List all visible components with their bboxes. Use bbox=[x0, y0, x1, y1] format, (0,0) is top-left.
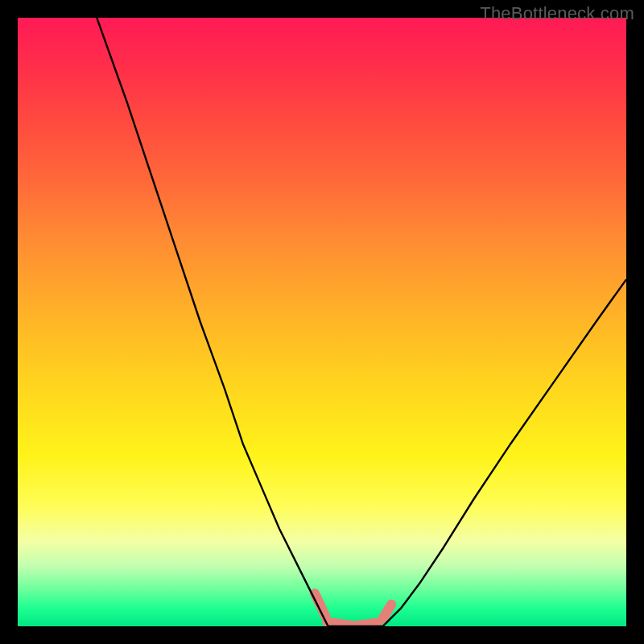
salmon-mark bbox=[327, 622, 353, 626]
salmon-mark bbox=[356, 622, 378, 625]
watermark-text: TheBottleneck.com bbox=[480, 3, 634, 24]
salmon-mark bbox=[383, 605, 392, 618]
bottleneck-curve bbox=[97, 18, 626, 626]
curve-layer bbox=[18, 18, 626, 626]
salmon-mark bbox=[315, 593, 326, 617]
chart-frame: TheBottleneck.com bbox=[0, 0, 644, 644]
plot-area bbox=[18, 18, 626, 626]
